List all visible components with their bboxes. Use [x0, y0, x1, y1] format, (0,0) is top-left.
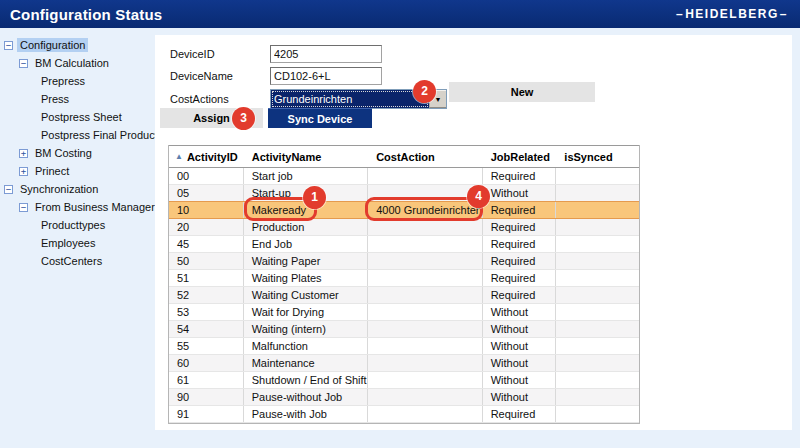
sidebar-item-label: Postpress Sheet	[38, 110, 125, 124]
table-row[interactable]: 90Pause-without JobWithout	[169, 389, 639, 406]
cell-job-related: Without	[483, 338, 557, 354]
sidebar-item-postpress-sheet[interactable]: Postpress Sheet	[0, 108, 155, 126]
cell-job-related: Required	[483, 270, 557, 286]
column-header-activity-name[interactable]: ActivityName	[244, 151, 368, 163]
expand-icon[interactable]: +	[19, 149, 28, 158]
cell-cost-action	[368, 355, 483, 371]
expand-icon[interactable]: +	[19, 167, 28, 176]
cell-activity-id: 20	[169, 219, 244, 235]
activities-table: ▲ ActivityID ActivityName CostAction Job…	[168, 145, 640, 424]
cell-cost-action	[368, 219, 483, 235]
collapse-icon[interactable]: −	[19, 203, 28, 212]
sidebar-item-employees[interactable]: Employees	[0, 234, 155, 252]
cell-activity-name: Waiting Customer	[244, 287, 368, 303]
table-row[interactable]: 61Shutdown / End of ShiftWithout	[169, 372, 639, 389]
cell-activity-id: 54	[169, 321, 244, 337]
table-row[interactable]: 91Pause-with JobRequired	[169, 406, 639, 423]
collapse-icon[interactable]: −	[4, 185, 13, 194]
table-row[interactable]: 00Start jobRequired	[169, 168, 639, 185]
device-name-field[interactable]	[270, 67, 382, 85]
sidebar-item-synchronization[interactable]: −Synchronization	[0, 180, 155, 198]
cell-is-synced	[556, 389, 639, 405]
sidebar-item-label: Employees	[38, 236, 98, 250]
cell-is-synced	[556, 236, 639, 252]
cell-cost-action	[368, 168, 483, 184]
device-name-label: DeviceName	[170, 70, 233, 82]
table-row[interactable]: 60MaintenanceWithout	[169, 355, 639, 372]
new-button[interactable]: New	[449, 82, 595, 102]
sidebar-item-label: CostCenters	[38, 254, 105, 268]
table-row[interactable]: 54Waiting (intern)Without	[169, 321, 639, 338]
sidebar-item-prepress[interactable]: Prepress	[0, 72, 155, 90]
callout-4-badge: 4	[467, 185, 490, 208]
sidebar-item-bm-costing[interactable]: +BM Costing	[0, 144, 155, 162]
cell-cost-action	[368, 389, 483, 405]
cell-job-related: Required	[483, 287, 557, 303]
cell-activity-id: 90	[169, 389, 244, 405]
annotation-box-cost-action	[365, 197, 483, 221]
sidebar-item-costcenters[interactable]: CostCenters	[0, 252, 155, 270]
table-row[interactable]: 45End JobRequired	[169, 236, 639, 253]
cell-is-synced	[556, 338, 639, 354]
sync-device-button[interactable]: Sync Device	[268, 108, 372, 128]
column-header-cost-action[interactable]: CostAction	[368, 151, 483, 163]
sidebar-item-bm-calculation[interactable]: −BM Calculation	[0, 54, 155, 72]
cell-activity-id: 55	[169, 338, 244, 354]
table-row[interactable]: 53Wait for DryingWithout	[169, 304, 639, 321]
cell-activity-name: Pause-with Job	[244, 406, 368, 422]
cell-is-synced	[556, 185, 639, 201]
collapse-icon[interactable]: −	[19, 59, 28, 68]
cell-job-related: Without	[483, 372, 557, 388]
column-header-activity-id[interactable]: ▲ ActivityID	[169, 151, 244, 163]
sidebar-item-prinect[interactable]: +Prinect	[0, 162, 155, 180]
table-row[interactable]: 20ProductionRequired	[169, 219, 639, 236]
cost-actions-selected-value: Grundeinrichten	[271, 90, 429, 108]
cell-cost-action	[368, 372, 483, 388]
column-header-job-related[interactable]: JobRelated	[483, 151, 557, 163]
main-panel: DeviceID DeviceName CostActions Grundein…	[155, 35, 792, 430]
table-row[interactable]: 50Waiting PaperRequired	[169, 253, 639, 270]
sidebar-item-postpress-final-product[interactable]: Postpress Final Product	[0, 126, 155, 144]
cell-job-related: Required	[483, 253, 557, 269]
cell-job-related: Without	[483, 185, 557, 201]
cell-activity-name: Waiting Plates	[244, 270, 368, 286]
collapse-icon[interactable]: −	[4, 41, 13, 50]
sidebar-item-label: BM Costing	[32, 146, 95, 160]
cell-cost-action	[368, 321, 483, 337]
table-row[interactable]: 51Waiting PlatesRequired	[169, 270, 639, 287]
cost-actions-label: CostActions	[170, 93, 229, 105]
cell-cost-action	[368, 406, 483, 422]
cell-job-related: Without	[483, 304, 557, 320]
table-row[interactable]: 52Waiting CustomerRequired	[169, 287, 639, 304]
cell-activity-name: Wait for Drying	[244, 304, 368, 320]
cell-is-synced	[556, 270, 639, 286]
cell-cost-action	[368, 338, 483, 354]
callout-3-badge: 3	[232, 107, 255, 130]
app-header: Configuration Status HEIDELBERG	[0, 0, 800, 28]
callout-1-badge: 1	[303, 186, 326, 209]
cell-is-synced	[556, 304, 639, 320]
page-root: Configuration Status HEIDELBERG −Configu…	[0, 0, 800, 448]
cell-is-synced	[556, 355, 639, 371]
sidebar-item-press[interactable]: Press	[0, 90, 155, 108]
cell-activity-id: 05	[169, 185, 244, 201]
cell-job-related: Required	[483, 219, 557, 235]
cell-activity-name: Waiting (intern)	[244, 321, 368, 337]
sidebar-item-label: Configuration	[17, 38, 88, 52]
cell-job-related: Without	[483, 389, 557, 405]
sidebar-item-from-business-manager[interactable]: −From Business Manager	[0, 198, 155, 216]
cell-activity-id: 51	[169, 270, 244, 286]
cell-activity-name: Shutdown / End of Shift	[244, 372, 368, 388]
heidelberg-logo: HEIDELBERG	[676, 7, 788, 21]
device-id-field[interactable]	[270, 45, 382, 63]
cell-is-synced	[556, 253, 639, 269]
sidebar-item-producttypes[interactable]: Producttypes	[0, 216, 155, 234]
table-row[interactable]: 55MalfunctionWithout	[169, 338, 639, 355]
sidebar-item-label: BM Calculation	[32, 56, 112, 70]
cell-activity-id: 53	[169, 304, 244, 320]
cell-activity-name: Start job	[244, 168, 368, 184]
column-header-is-synced[interactable]: isSynced	[556, 151, 639, 163]
cell-activity-name: Waiting Paper	[244, 253, 368, 269]
sidebar-item-configuration[interactable]: −Configuration	[0, 36, 155, 54]
sidebar-item-label: Postpress Final Product	[38, 128, 161, 142]
